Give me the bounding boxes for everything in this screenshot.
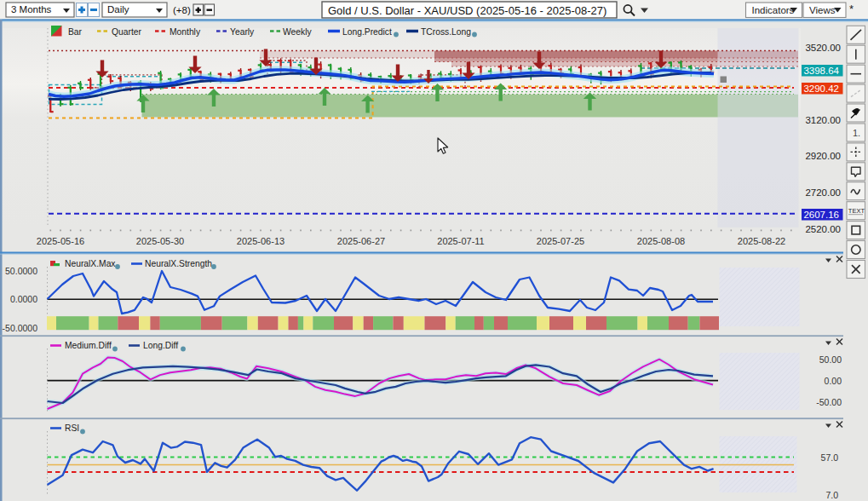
svg-text:Long.Diff: Long.Diff <box>143 341 178 350</box>
svg-text:Gold / U.S. Dollar - XAU/USD (: Gold / U.S. Dollar - XAU/USD (2025-05-16… <box>328 4 606 17</box>
svg-text:3120.00: 3120.00 <box>805 115 841 125</box>
svg-text:NeuralX.Strength: NeuralX.Strength <box>145 259 212 268</box>
svg-text:Monthly: Monthly <box>170 27 201 37</box>
svg-text:3520.00: 3520.00 <box>805 43 841 53</box>
svg-text:Long.Predict: Long.Predict <box>342 27 392 37</box>
svg-text:TEXT: TEXT <box>848 207 865 215</box>
svg-text:Weekly: Weekly <box>283 27 312 37</box>
svg-text:*: * <box>849 3 854 15</box>
svg-text:2025-06-13: 2025-06-13 <box>237 236 285 246</box>
svg-text:(+8): (+8) <box>173 5 191 15</box>
svg-text:Indicators: Indicators <box>752 5 795 15</box>
svg-text:Medium.Diff: Medium.Diff <box>65 341 112 350</box>
svg-text:2607.16: 2607.16 <box>803 210 839 220</box>
svg-text:Quarter: Quarter <box>112 27 141 37</box>
svg-text:0.0000: 0.0000 <box>10 294 37 304</box>
svg-text:Bar: Bar <box>68 27 83 37</box>
svg-text:2025-07-11: 2025-07-11 <box>437 236 484 246</box>
svg-text:2025-05-30: 2025-05-30 <box>136 236 184 246</box>
svg-text:TCross.Long: TCross.Long <box>421 27 471 37</box>
svg-text:RSI: RSI <box>65 423 79 433</box>
svg-text:2025-05-16: 2025-05-16 <box>37 236 84 246</box>
svg-text:2025-06-27: 2025-06-27 <box>337 236 385 246</box>
svg-text:2025-08-22: 2025-08-22 <box>738 236 785 246</box>
svg-text:Yearly: Yearly <box>230 27 255 37</box>
svg-text:1.: 1. <box>853 128 860 138</box>
svg-text:3290.42: 3290.42 <box>803 84 839 94</box>
svg-text:50.0000: 50.0000 <box>5 266 37 276</box>
svg-text:2720.00: 2720.00 <box>805 187 841 198</box>
svg-text:2520.00: 2520.00 <box>805 224 841 234</box>
svg-text:2025-08-08: 2025-08-08 <box>637 236 685 246</box>
svg-text:Views: Views <box>809 5 836 15</box>
svg-text:3 Months: 3 Months <box>11 4 52 14</box>
svg-text:3398.64: 3398.64 <box>803 66 839 76</box>
svg-text:7.0: 7.0 <box>825 490 838 500</box>
svg-text:NeuralX.Max: NeuralX.Max <box>65 259 116 268</box>
svg-text:-50.00: -50.00 <box>816 397 842 407</box>
svg-text:0.00: 0.00 <box>825 376 842 386</box>
svg-text:2025-07-25: 2025-07-25 <box>537 236 584 246</box>
svg-text:57.0: 57.0 <box>821 452 839 463</box>
svg-text:50.00: 50.00 <box>819 354 842 365</box>
svg-text:2920.00: 2920.00 <box>805 151 841 161</box>
svg-text:-50.0000: -50.0000 <box>3 323 38 333</box>
svg-text:Daily: Daily <box>107 4 129 14</box>
